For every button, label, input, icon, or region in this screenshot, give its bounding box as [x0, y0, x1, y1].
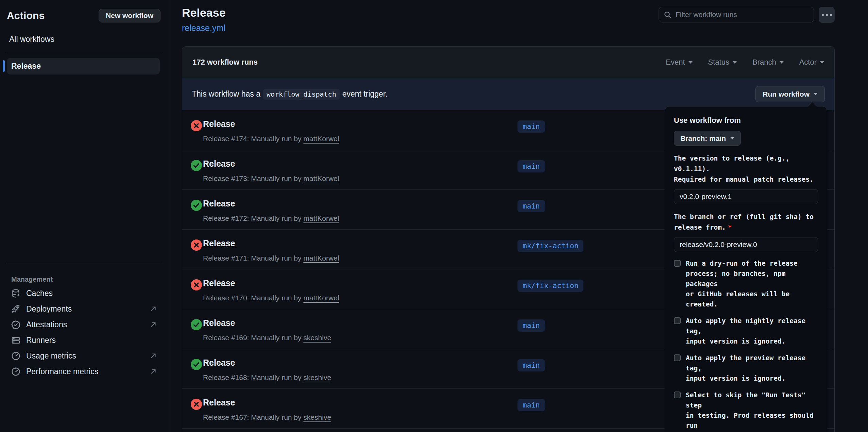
sidebar-item-release-selected[interactable]: Release — [7, 58, 160, 74]
panel-fields: The version to release (e.g., v0.1.11). … — [674, 153, 818, 252]
sidebar-workflow-item[interactable] — [0, 92, 169, 108]
sidebar-workflow-item[interactable] — [0, 238, 169, 255]
panel-checkboxes: Run a dry-run of the release process; no… — [674, 259, 818, 432]
actor-link[interactable]: mattKorwel — [303, 254, 339, 262]
actor-link[interactable]: skeshive — [303, 413, 331, 421]
sidebar-workflow-item[interactable] — [0, 75, 169, 92]
run-description: Release #167: Manually run by skeshive — [203, 413, 331, 421]
branch-badge[interactable]: main — [517, 359, 545, 371]
sidebar-divider — [6, 53, 163, 53]
sidebar-management-item[interactable]: Deployments — [0, 301, 169, 317]
checkbox-label: Auto apply the preview release tag, inpu… — [686, 353, 818, 384]
chevron-down-icon — [780, 61, 784, 64]
branch-badge[interactable]: main — [517, 120, 545, 133]
run-title-link[interactable]: Release — [203, 358, 235, 368]
field-text-input[interactable]: v0.2.0-preview.1 — [674, 189, 818, 204]
main-content: Release release.yml 172 workflow runs Ev… — [169, 0, 868, 432]
run-title-link[interactable]: Release — [203, 278, 235, 288]
event-code-chip: workflow_dispatch — [263, 89, 340, 100]
sidebar-workflow-item[interactable] — [0, 108, 169, 124]
workflow-file-link[interactable]: release.yml — [182, 23, 225, 33]
metrics-gauge-icon — [11, 351, 20, 361]
run-title-link[interactable]: Release — [203, 199, 235, 209]
branch-badge[interactable]: main — [517, 319, 545, 332]
branch-badge[interactable]: main — [517, 160, 545, 172]
banner-text: This workflow has a workflow_dispatch ev… — [192, 89, 388, 100]
failure-status-icon — [191, 399, 202, 410]
run-title-link[interactable]: Release — [203, 398, 235, 408]
field-help-text: The version to release (e.g., v0.1.11). … — [674, 153, 818, 185]
workflow-input-field: The version to release (e.g., v0.1.11). … — [674, 153, 818, 204]
checkbox-row: Run a dry-run of the release process; no… — [674, 259, 818, 310]
actions-page: Actions New workflow All workflows Relea… — [0, 0, 868, 432]
failure-status-icon — [191, 120, 202, 131]
branch-badge[interactable]: mk/fix-action — [517, 280, 583, 292]
actor-link[interactable]: mattKorwel — [303, 214, 339, 222]
filter-dropdown[interactable]: Actor — [799, 58, 824, 67]
run-title-link[interactable]: Release — [203, 318, 235, 328]
actor-link[interactable]: mattKorwel — [303, 175, 339, 182]
sidebar-workflow-item[interactable] — [0, 124, 169, 140]
management-item-label: Runners — [26, 336, 56, 345]
checkbox-row: Auto apply the nightly release tag, inpu… — [674, 316, 818, 347]
filter-dropdown[interactable]: Event — [666, 58, 692, 67]
sidebar-workflow-item[interactable] — [0, 189, 169, 206]
management-item-label: Caches — [26, 289, 53, 298]
field-text-input[interactable]: release/v0.2.0-preview.0 — [674, 237, 818, 252]
run-description: Release #173: Manually run by mattKorwel — [203, 175, 339, 183]
filter-workflow-runs-input-wrap — [659, 7, 814, 22]
sidebar-workflow-item[interactable] — [0, 140, 169, 157]
sidebar-management-item[interactable]: Caches — [0, 285, 169, 301]
sidebar-management-item[interactable]: Performance metrics — [0, 364, 169, 379]
filter-workflow-runs-input[interactable] — [676, 11, 809, 19]
panel-title: Use workflow from — [674, 116, 818, 125]
success-status-icon — [191, 359, 202, 370]
checkbox[interactable] — [674, 354, 681, 361]
checkbox[interactable] — [674, 392, 681, 398]
sidebar-workflow-item[interactable] — [0, 157, 169, 173]
sidebar-workflow-item[interactable] — [0, 206, 169, 222]
sidebar-management-item[interactable]: Usage metrics — [0, 348, 169, 364]
actor-link[interactable]: mattKorwel — [303, 294, 339, 302]
checkbox[interactable] — [674, 317, 681, 324]
sidebar-workflow-item[interactable] — [0, 173, 169, 189]
field-help-text: The branch or ref (full git sha) to rele… — [674, 212, 818, 233]
metrics-gauge-icon — [11, 367, 20, 376]
run-filters: Event Status Branch Actor — [666, 58, 824, 67]
sidebar-title: Actions — [7, 10, 45, 21]
chevron-down-icon — [814, 93, 818, 95]
filter-dropdown[interactable]: Branch — [752, 58, 784, 67]
sidebar-item-all-workflows[interactable]: All workflows — [9, 35, 169, 44]
required-asterisk: * — [728, 223, 732, 231]
branch-badge[interactable]: main — [517, 200, 545, 212]
cache-icon — [11, 289, 20, 298]
run-workflow-dropdown-button[interactable]: Run workflow — [755, 86, 825, 102]
external-link-icon — [150, 352, 157, 360]
workflow-input-field: The branch or ref (full git sha) to rele… — [674, 212, 818, 252]
checkbox-label: Run a dry-run of the release process; no… — [686, 259, 818, 310]
branch-badge[interactable]: main — [517, 399, 545, 411]
actor-link[interactable]: skeshive — [303, 334, 331, 342]
actor-link[interactable]: skeshive — [303, 373, 331, 381]
page-title: Release — [182, 6, 226, 19]
search-icon — [664, 11, 671, 19]
run-description: Release #174: Manually run by mattKorwel — [203, 135, 339, 143]
sidebar-management-item[interactable]: Attestations — [0, 317, 169, 332]
run-title-link[interactable]: Release — [203, 159, 235, 169]
sidebar-workflow-item[interactable] — [0, 222, 169, 238]
run-title-link[interactable]: Release — [203, 119, 235, 129]
run-title-link[interactable]: Release — [203, 238, 235, 248]
new-workflow-button[interactable]: New workflow — [99, 9, 160, 22]
sidebar-management-item[interactable]: Runners — [0, 332, 169, 348]
checkbox[interactable] — [674, 260, 681, 267]
management-item-label: Performance metrics — [26, 367, 98, 376]
branch-select-button[interactable]: Branch: main — [674, 131, 741, 146]
page-kebab-menu-button[interactable] — [819, 7, 835, 23]
branch-badge[interactable]: mk/fix-action — [517, 240, 583, 252]
filter-dropdown[interactable]: Status — [708, 58, 737, 67]
actor-link[interactable]: mattKorwel — [303, 135, 339, 143]
runners-icon — [11, 336, 20, 345]
checkbox-row: Select to skip the "Run Tests" step in t… — [674, 390, 818, 432]
run-description: Release #171: Manually run by mattKorwel — [203, 254, 339, 262]
workflow-list — [0, 75, 169, 255]
